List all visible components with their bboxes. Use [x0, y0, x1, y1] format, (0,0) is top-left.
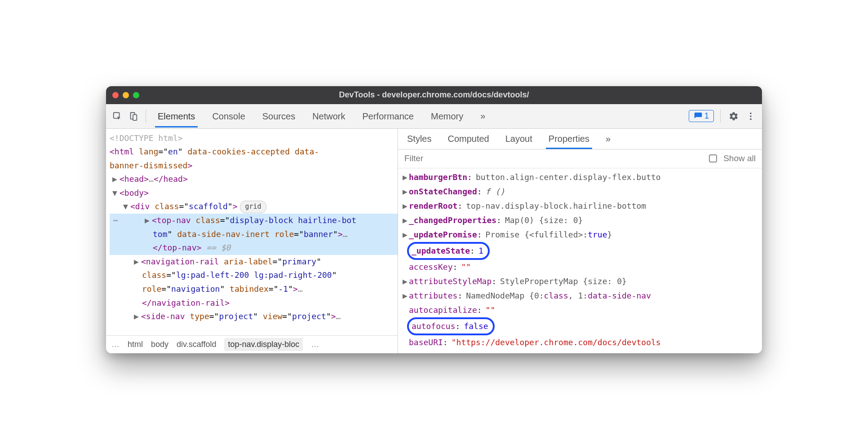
property-row-circled[interactable]: autofocus:false	[403, 317, 762, 335]
dom-line-navrail-close[interactable]: </navigation-rail>	[110, 296, 398, 310]
tab-properties[interactable]: Properties	[547, 129, 591, 149]
elements-panel: <!DOCTYPE html> <html lang="en" data-coo…	[106, 129, 398, 353]
property-row-circled[interactable]: _updateState:1	[403, 242, 762, 260]
main-content: <!DOCTYPE html> <html lang="en" data-coo…	[106, 129, 762, 353]
property-row[interactable]: baseURI:"https://developer.chrome.com/do…	[403, 335, 762, 350]
breadcrumb-more[interactable]: …	[111, 340, 120, 349]
tab-performance[interactable]: Performance	[361, 105, 416, 127]
dom-line-navrail[interactable]: ▶<navigation-rail aria-label="primary"	[110, 255, 398, 269]
property-row[interactable]: ▶_changedProperties:Map(0) {size: 0}	[403, 213, 762, 228]
show-all-checkbox[interactable]	[709, 154, 717, 162]
property-row[interactable]: ▶attributes:NamedNodeMap {0: class, 1: d…	[403, 289, 762, 303]
tab-network[interactable]: Network	[310, 105, 347, 127]
tab-layout[interactable]: Layout	[504, 129, 534, 149]
minimize-icon[interactable]	[123, 92, 129, 98]
property-row[interactable]: ▶renderRoot:top-nav.display-block.hairli…	[403, 199, 762, 213]
highlight-circle: autofocus:false	[407, 317, 495, 335]
maximize-icon[interactable]	[133, 92, 139, 98]
dom-selected-node[interactable]: ⋯ ▶<top-nav class="display-block hairlin…	[110, 214, 398, 255]
breadcrumb-more[interactable]: …	[311, 340, 319, 349]
show-all-label: Show all	[723, 154, 756, 163]
issues-count: 1	[704, 111, 709, 121]
property-row[interactable]: ▶_updatePromise:Promise {<fulfilled>: tr…	[403, 228, 762, 242]
dom-line-head[interactable]: ▶<head>…</head>	[110, 172, 398, 186]
sidebar-tabs: Styles Computed Layout Properties »	[398, 129, 762, 149]
sidebar-panel: Styles Computed Layout Properties » Show…	[398, 129, 762, 353]
property-row[interactable]: autocapitalize:""	[403, 303, 762, 317]
filter-row: Show all	[398, 149, 762, 168]
property-row[interactable]: ▶onStateChanged:f ()	[403, 184, 762, 199]
settings-icon[interactable]	[727, 110, 740, 123]
property-row[interactable]: ▶hamburgerBtn:button.align-center.displa…	[403, 170, 762, 184]
dom-line-navrail-2[interactable]: class="lg:pad-left-200 lg:pad-right-200"	[110, 268, 398, 282]
dom-line-sidenav[interactable]: ▶<side-nav type="project" view="project"…	[110, 310, 398, 324]
main-toolbar: Elements Console Sources Network Perform…	[106, 104, 762, 129]
window-title: DevTools - developer.chrome.com/docs/dev…	[106, 90, 762, 100]
dom-line-body[interactable]: ▼<body>	[110, 186, 398, 200]
breadcrumb-item-selected[interactable]: top-nav.display-bloc	[224, 338, 303, 351]
filter-input[interactable]	[404, 154, 703, 163]
breadcrumb-item[interactable]: body	[151, 340, 168, 349]
svg-point-4	[750, 115, 752, 117]
tab-console[interactable]: Console	[210, 105, 247, 127]
svg-point-5	[750, 118, 752, 120]
tab-memory[interactable]: Memory	[429, 105, 465, 127]
more-tabs-icon[interactable]: »	[604, 134, 612, 144]
titlebar: DevTools - developer.chrome.com/docs/dev…	[106, 86, 762, 104]
highlight-circle: _updateState:1	[407, 242, 490, 260]
tab-computed[interactable]: Computed	[446, 129, 491, 149]
toolbar-right: 1	[689, 110, 757, 123]
issues-button[interactable]: 1	[689, 110, 714, 122]
divider	[720, 110, 721, 123]
properties-list[interactable]: ▶hamburgerBtn:button.align-center.displa…	[398, 168, 762, 353]
close-icon[interactable]	[112, 92, 119, 98]
breadcrumb-item[interactable]: div.scaffold	[177, 340, 216, 349]
devtools-window: DevTools - developer.chrome.com/docs/dev…	[106, 86, 762, 353]
tab-styles[interactable]: Styles	[405, 129, 433, 149]
ellipsis-icon: ⋯	[113, 214, 119, 228]
grid-badge[interactable]: grid	[240, 201, 266, 213]
dom-line-html[interactable]: <html lang="en" data-cookies-accepted da…	[110, 145, 398, 159]
inspect-icon[interactable]	[111, 110, 124, 123]
dom-line-doctype[interactable]: <!DOCTYPE html>	[110, 132, 398, 145]
more-tabs-icon[interactable]: »	[478, 111, 487, 121]
breadcrumb: … html body div.scaffold top-nav.display…	[106, 335, 398, 353]
tab-elements[interactable]: Elements	[156, 105, 197, 127]
svg-rect-2	[133, 114, 137, 120]
window-controls	[112, 92, 139, 98]
property-row[interactable]: ▶attributeStyleMap:StylePropertyMap {siz…	[403, 274, 762, 289]
breadcrumb-item[interactable]: html	[128, 340, 143, 349]
divider	[146, 110, 146, 123]
main-tabs: Elements Console Sources Network Perform…	[151, 105, 686, 127]
dom-line-navrail-3[interactable]: role="navigation" tabindex="-1">…	[110, 282, 398, 296]
kebab-menu-icon[interactable]	[744, 110, 757, 123]
dom-line-html-2[interactable]: banner-dismissed>	[110, 159, 398, 173]
device-mode-icon[interactable]	[127, 110, 140, 123]
dom-tree[interactable]: <!DOCTYPE html> <html lang="en" data-coo…	[106, 129, 398, 335]
property-row[interactable]: accessKey:""	[403, 260, 762, 274]
dom-line-scaffold[interactable]: ▼<div class="scaffold">grid	[110, 200, 398, 214]
tab-sources[interactable]: Sources	[261, 105, 297, 127]
svg-point-3	[750, 112, 752, 114]
